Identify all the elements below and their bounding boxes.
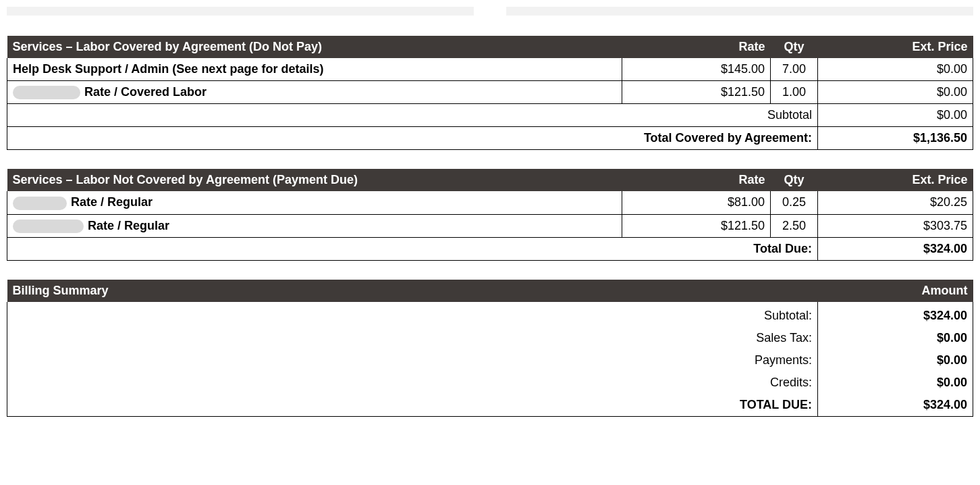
qty-value: 0.25: [771, 191, 818, 214]
col-qty: Qty: [771, 36, 818, 58]
qty-value: 1.00: [771, 81, 818, 104]
service-desc-text: Rate / Regular: [71, 195, 153, 209]
col-ext: Ext. Price: [818, 169, 973, 191]
table-row: Help Desk Support / Admin (See next page…: [7, 58, 973, 81]
service-desc-text: Help Desk Support / Admin (See next page…: [13, 62, 323, 76]
col-qty: Qty: [771, 169, 818, 191]
total-value: $324.00: [818, 237, 973, 260]
service-desc: Rate / Regular: [7, 191, 622, 214]
billing-label: Subtotal:: [7, 302, 818, 327]
col-amount: Amount: [818, 280, 973, 302]
billing-label: TOTAL DUE:: [7, 394, 818, 417]
service-desc-text: Rate / Regular: [88, 219, 169, 232]
redacted-text: [13, 197, 67, 210]
billing-label: Credits:: [7, 372, 818, 394]
total-label: Total Due:: [7, 237, 818, 260]
ext-price-value: $0.00: [818, 81, 973, 104]
billing-label: Payments:: [7, 349, 818, 372]
billing-value: $0.00: [818, 372, 973, 394]
notcovered-section: Services – Labor Not Covered by Agreemen…: [7, 169, 973, 261]
rate-value: $121.50: [622, 81, 771, 104]
billing-row: Subtotal:$324.00: [7, 302, 973, 327]
billing-value: $0.00: [818, 327, 973, 349]
ext-price-value: $0.00: [818, 58, 973, 81]
covered-header-row: Services – Labor Covered by Agreement (D…: [7, 36, 973, 58]
service-desc-text: Rate / Covered Labor: [84, 85, 207, 99]
service-desc: Help Desk Support / Admin (See next page…: [7, 58, 622, 81]
top-gray-strips: [7, 7, 973, 16]
col-rate: Rate: [622, 36, 771, 58]
covered-title: Services – Labor Covered by Agreement (D…: [7, 36, 622, 58]
notcovered-table: Services – Labor Not Covered by Agreemen…: [7, 169, 973, 261]
table-row: Rate / Regular$121.502.50$303.75: [7, 214, 973, 237]
covered-section: Services – Labor Covered by Agreement (D…: [7, 36, 973, 150]
ext-price-value: $20.25: [818, 191, 973, 214]
total-value: $0.00: [818, 104, 973, 127]
notcovered-header-row: Services – Labor Not Covered by Agreemen…: [7, 169, 973, 191]
billing-value: $0.00: [818, 349, 973, 372]
total-row: Subtotal$0.00: [7, 104, 973, 127]
total-row: Total Covered by Agreement:$1,136.50: [7, 127, 973, 150]
billing-row: Sales Tax:$0.00: [7, 327, 973, 349]
rate-value: $81.00: [622, 191, 771, 214]
service-desc: Rate / Regular: [7, 214, 622, 237]
billing-table: Billing Summary Amount Subtotal:$324.00S…: [7, 280, 973, 417]
col-rate: Rate: [622, 169, 771, 191]
total-label: Subtotal: [7, 104, 818, 127]
total-value: $1,136.50: [818, 127, 973, 150]
redacted-text: [13, 86, 80, 99]
billing-value: $324.00: [818, 302, 973, 327]
ext-price-value: $303.75: [818, 214, 973, 237]
total-label: Total Covered by Agreement:: [7, 127, 818, 150]
billing-value: $324.00: [818, 394, 973, 417]
table-row: Rate / Covered Labor$121.501.00$0.00: [7, 81, 973, 104]
table-row: Rate / Regular$81.000.25$20.25: [7, 191, 973, 214]
billing-row: Credits:$0.00: [7, 372, 973, 394]
notcovered-title: Services – Labor Not Covered by Agreemen…: [7, 169, 622, 191]
billing-section: Billing Summary Amount Subtotal:$324.00S…: [7, 280, 973, 417]
rate-value: $121.50: [622, 214, 771, 237]
billing-label: Sales Tax:: [7, 327, 818, 349]
qty-value: 2.50: [771, 214, 818, 237]
billing-title: Billing Summary: [7, 280, 818, 302]
redacted-text: [13, 220, 84, 233]
billing-row: TOTAL DUE:$324.00: [7, 394, 973, 417]
col-ext: Ext. Price: [818, 36, 973, 58]
qty-value: 7.00: [771, 58, 818, 81]
total-row: Total Due:$324.00: [7, 237, 973, 260]
covered-table: Services – Labor Covered by Agreement (D…: [7, 36, 973, 150]
service-desc: Rate / Covered Labor: [7, 81, 622, 104]
rate-value: $145.00: [622, 58, 771, 81]
billing-header-row: Billing Summary Amount: [7, 280, 973, 302]
billing-row: Payments:$0.00: [7, 349, 973, 372]
